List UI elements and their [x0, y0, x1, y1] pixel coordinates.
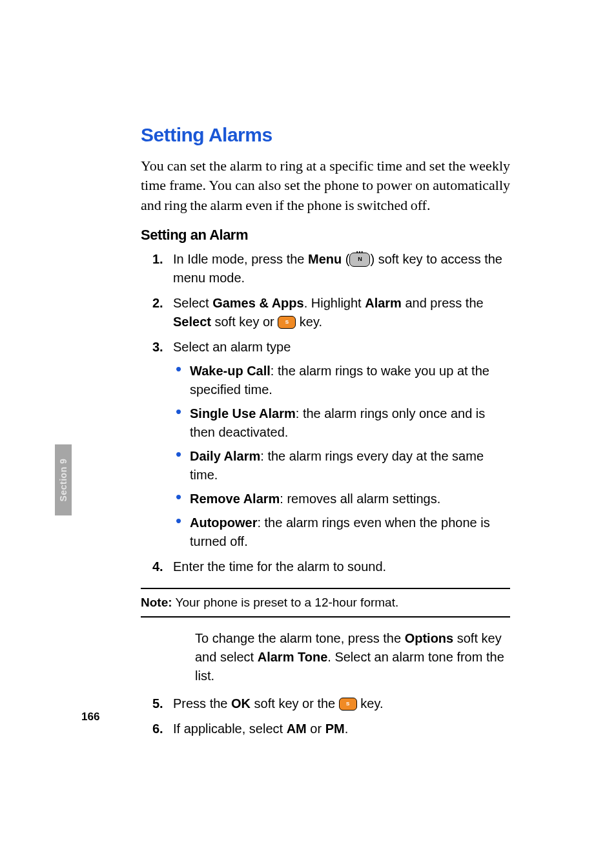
menu-key-icon: N [349, 253, 370, 267]
step-5: 5. Press the OK soft key or the S key. [173, 694, 510, 713]
step-number: 3. [152, 338, 163, 357]
step-number: 5. [152, 694, 163, 713]
step-1: 1. In Idle mode, press the Menu (N) soft… [173, 250, 510, 287]
step-6: 6. If applicable, select AM or PM. [173, 720, 510, 738]
bullet-remove: Remove Alarm: removes all alarm settings… [176, 490, 510, 508]
steps-list: 1. In Idle mode, press the Menu (N) soft… [141, 250, 510, 576]
step-2: 2. Select Games & Apps. Highlight Alarm … [173, 294, 510, 331]
ok-key-icon: S [278, 316, 296, 329]
bullet-wakeup: Wake-up Call: the alarm rings to wake yo… [176, 362, 510, 399]
page-number: 166 [81, 711, 99, 723]
step-4: 4. Enter the time for the alarm to sound… [173, 557, 510, 576]
intro-paragraph: You can set the alarm to ring at a speci… [141, 156, 510, 215]
step-number: 4. [152, 557, 163, 576]
note-label: Note: [141, 596, 172, 609]
page: Section 9 Setting Alarms You can set the… [0, 0, 616, 852]
note-block: Note: Your phone is preset to a 12-hour … [141, 588, 510, 618]
note-text: Your phone is preset to a 12-hour format… [172, 596, 399, 609]
step-3: 3. Select an alarm type Wake-up Call: th… [173, 338, 510, 551]
ok-key-icon: S [339, 698, 357, 711]
section-tab-label: Section 9 [58, 459, 68, 502]
alarm-type-list: Wake-up Call: the alarm rings to wake yo… [173, 362, 510, 551]
step-number: 6. [152, 720, 163, 738]
step-number: 2. [152, 294, 163, 313]
section-tab: Section 9 [55, 444, 72, 515]
steps-list-continued: 5. Press the OK soft key or the S key. 6… [141, 694, 510, 738]
page-title: Setting Alarms [141, 124, 510, 146]
step-number: 1. [152, 250, 163, 269]
content-area: Setting Alarms You can set the alarm to … [141, 124, 510, 745]
bullet-autopower: Autopower: the alarm rings even when the… [176, 514, 510, 551]
subheading: Setting an Alarm [141, 227, 510, 244]
bullet-single-use: Single Use Alarm: the alarm rings only o… [176, 404, 510, 442]
bullet-daily: Daily Alarm: the alarm rings every day a… [176, 447, 510, 484]
continuation-paragraph: To change the alarm tone, press the Opti… [195, 629, 510, 685]
